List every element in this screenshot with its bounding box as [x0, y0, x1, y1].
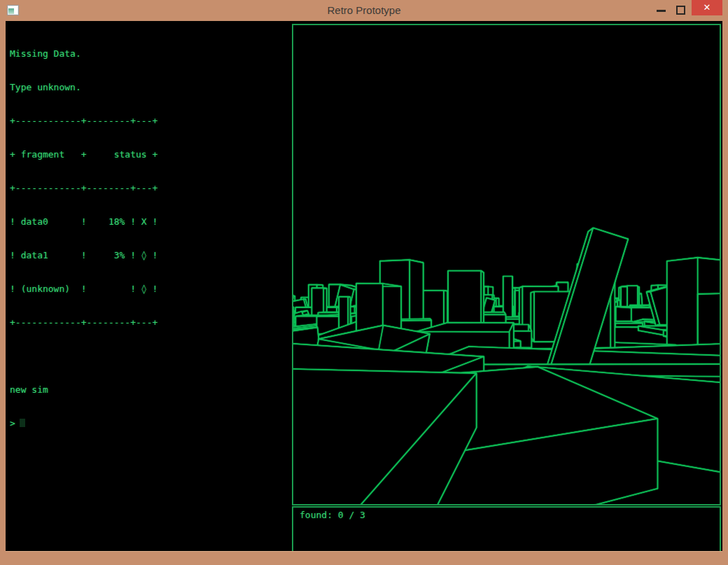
ascii-table-border: +------------+--------+---+ [10, 317, 287, 328]
close-icon: ✕ [704, 2, 711, 13]
ascii-table-header: + fragment + status + [10, 149, 287, 160]
window-frame-bottom [6, 551, 722, 558]
text-cursor [20, 419, 25, 427]
ascii-table-row: ! data1 ! 3% ! ◊ ! [10, 250, 287, 261]
ascii-table-row: ! data0 ! 18% ! X ! [10, 216, 287, 228]
status-bar: found: 0 / 3 [292, 506, 721, 557]
ascii-table-border: +------------+--------+---+ [10, 116, 287, 127]
minimize-icon[interactable] [657, 10, 666, 12]
terminal-panel[interactable]: Missing Data. Type unknown. +-----------… [10, 26, 287, 452]
scene-viewport[interactable] [292, 24, 721, 505]
found-counter: found: 0 / 3 [300, 510, 365, 521]
window-title: Retro Prototype [0, 0, 728, 21]
close-button[interactable]: ✕ [692, 0, 722, 15]
app-window: Retro Prototype ✕ Missing Data. Type unk… [0, 0, 728, 565]
ascii-table-row: ! (unknown) ! ! ◊ ! [10, 284, 287, 295]
command-label: new sim [10, 384, 287, 396]
terminal-line: Missing Data. [10, 48, 287, 60]
maximize-icon[interactable] [676, 6, 685, 15]
prompt-symbol: > [10, 418, 15, 428]
titlebar[interactable]: Retro Prototype ✕ [0, 0, 728, 21]
app-content: Missing Data. Type unknown. +-----------… [6, 21, 722, 558]
terminal-line: Type unknown. [10, 82, 287, 93]
command-prompt[interactable]: > [10, 418, 287, 429]
wireframe-scene-canvas[interactable] [293, 25, 720, 504]
ascii-table-border: +------------+--------+---+ [10, 183, 287, 194]
terminal-blank-line [10, 351, 287, 362]
